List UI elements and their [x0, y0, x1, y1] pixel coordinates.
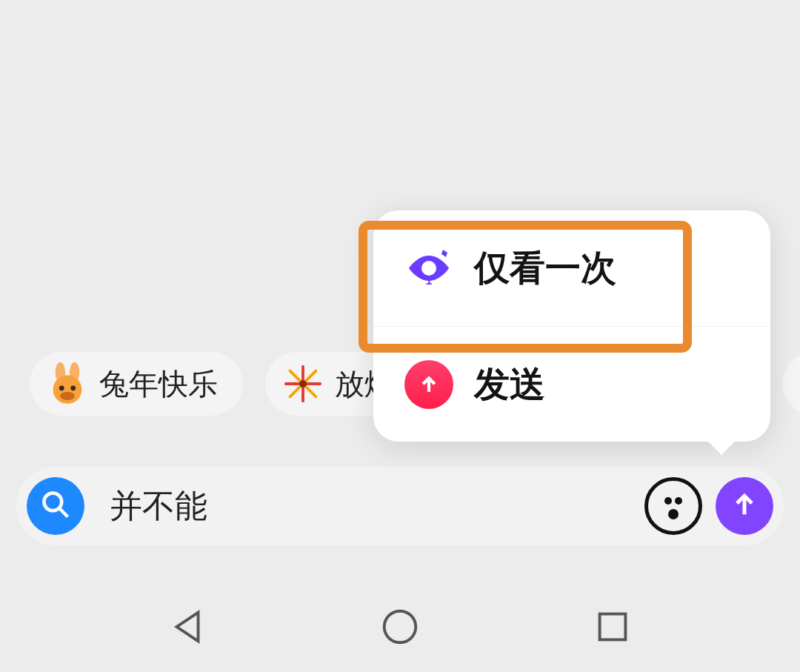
chip-bunny[interactable]: 兔年快乐	[30, 352, 243, 416]
nav-recents-button[interactable]	[588, 604, 637, 653]
popup-item-label: 发送	[474, 361, 545, 408]
svg-text:1: 1	[426, 274, 433, 287]
circle-home-icon	[379, 605, 421, 651]
svg-point-14	[299, 380, 307, 387]
popup-item-view-once[interactable]: 1 仅看一次	[373, 210, 770, 326]
svg-point-23	[384, 611, 416, 643]
nav-home-button[interactable]	[376, 604, 424, 653]
search-icon	[39, 488, 72, 524]
popup-item-label: 仅看一次	[474, 244, 616, 292]
message-input-bar: 并不能	[16, 467, 784, 545]
svg-point-18	[421, 261, 436, 276]
fireworks-icon	[281, 362, 324, 405]
message-input[interactable]: 并不能	[84, 485, 644, 528]
search-button[interactable]	[27, 477, 84, 535]
svg-point-3	[59, 385, 64, 390]
send-options-popup: 1 仅看一次 发送	[373, 210, 770, 442]
svg-point-4	[70, 385, 76, 390]
view-once-icon: 1	[404, 244, 453, 293]
bunny-icon	[46, 362, 89, 405]
svg-point-15	[44, 493, 61, 510]
send-button[interactable]	[716, 477, 773, 535]
chip-pai[interactable]: 拍	[782, 352, 800, 416]
chip-label: 兔年快乐	[99, 364, 218, 405]
square-recents-icon	[591, 605, 634, 651]
svg-line-16	[60, 509, 68, 517]
emoji-button[interactable]	[644, 477, 702, 535]
nav-back-button[interactable]	[164, 604, 213, 653]
send-up-icon	[404, 360, 453, 409]
svg-point-5	[60, 392, 74, 401]
popup-item-send[interactable]: 发送	[373, 326, 770, 442]
svg-rect-24	[599, 614, 625, 640]
svg-marker-22	[176, 613, 198, 642]
arrow-up-icon	[730, 490, 759, 522]
android-nav-bar	[0, 591, 800, 665]
triangle-back-icon	[167, 605, 210, 651]
svg-marker-20	[441, 250, 447, 257]
